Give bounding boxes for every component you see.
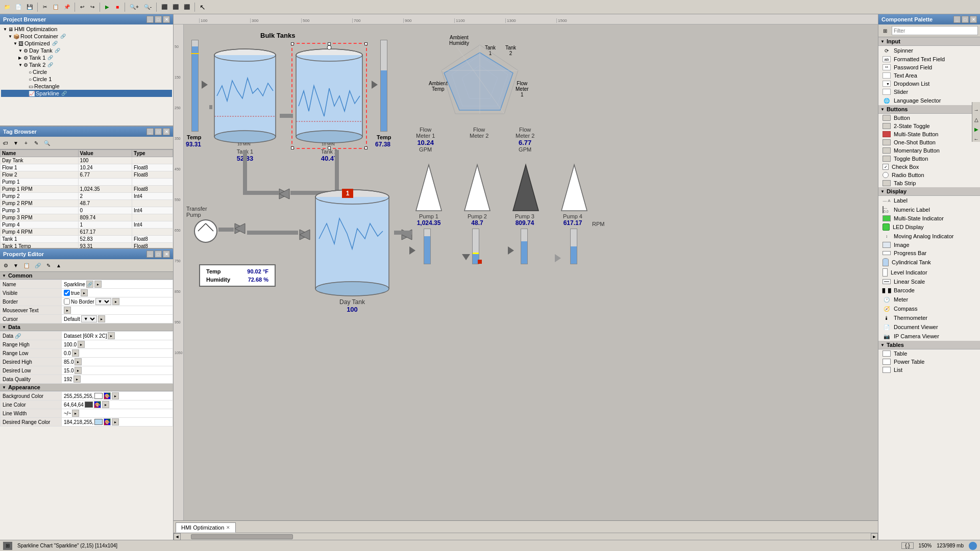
tree-item-tank1[interactable]: ▶ ⚙ Tank 1 🔗 — [1, 54, 172, 61]
palette-item-checkbox[interactable]: ✓ Check Box — [878, 163, 980, 171]
project-browser-buttons[interactable]: _ □ ✕ — [146, 16, 170, 23]
prop-visible-checkbox[interactable] — [64, 290, 70, 296]
palette-item-led[interactable]: LED Display — [878, 222, 980, 232]
palette-item-formatted-text[interactable]: ab Formatted Text Field — [878, 55, 980, 63]
tab-hmi-optimization[interactable]: HMI Optimization ✕ — [176, 522, 236, 533]
tag-toolbar-btn1[interactable]: 🏷 — [1, 138, 10, 148]
right-left-btn[interactable]: ← — [974, 136, 979, 142]
prop-icon-desiredlow[interactable]: ▸ — [75, 367, 82, 374]
palette-cat-input[interactable]: Input — [878, 37, 980, 46]
tree-item-sparkline[interactable]: 📈 Sparkline 🔗 — [1, 90, 172, 97]
scroll-left-btn[interactable]: ◄ — [174, 533, 181, 540]
prop-icon-linecolor2[interactable]: ▸ — [102, 401, 109, 408]
project-browser-min-btn[interactable]: _ — [146, 16, 154, 23]
tree-item-circle[interactable]: ○ Circle — [1, 68, 172, 76]
prop-section-common[interactable]: Common — [0, 272, 173, 280]
palette-cat-buttons[interactable]: Buttons — [878, 105, 980, 114]
tag-row[interactable]: Pump 3 RPM 809.74 — [1, 214, 173, 221]
scroll-thumb[interactable] — [191, 534, 293, 539]
prop-value-desiredrange[interactable]: 184,218,255, 🎨 ▸ — [62, 418, 173, 427]
palette-view-btn[interactable]: ⊞ — [880, 26, 890, 36]
tag-row[interactable]: Pump 3 0 Int4 — [1, 207, 173, 214]
tag-row[interactable]: Tank 1 Temp 93.31 Float8 — [1, 243, 173, 249]
prop-btn-5[interactable]: ✎ — [44, 260, 53, 270]
toolbar-btn-new[interactable]: 📄 — [13, 2, 23, 12]
palette-item-moving-analog[interactable]: ↕ Moving Analog Indicator — [878, 232, 980, 241]
tag-toolbar[interactable]: 🏷 ▼ + ✎ 🔍 — [0, 137, 173, 149]
prop-icon-rangelow[interactable]: ▸ — [72, 349, 79, 357]
palette-item-numeric-label[interactable]: — 0.0 Numeric Label — [878, 205, 980, 214]
canvas-area[interactable]: 50 150 250 350 450 550 650 750 850 950 1… — [174, 24, 878, 533]
palette-item-dropdown[interactable]: ▼ Dropdown List — [878, 80, 980, 88]
prop-btn-1[interactable]: ⚙ — [1, 260, 10, 270]
prop-icon-border[interactable]: ▸ — [112, 298, 119, 305]
toolbar-btn-undo[interactable]: ↩ — [78, 2, 87, 12]
palette-toolbar[interactable]: ⊞ — [878, 24, 980, 37]
prop-icon-dataquality[interactable]: ▸ — [74, 375, 81, 383]
tree-item-rectangle[interactable]: ▭ Rectangle — [1, 83, 172, 90]
tag-row[interactable]: Pump 4 1 Int4 — [1, 221, 173, 229]
palette-item-progress-bar[interactable]: Progress Bar — [878, 249, 980, 257]
tag-browser-close-btn[interactable]: ✕ — [163, 128, 170, 135]
prop-icon-data[interactable]: ▸ — [108, 332, 115, 339]
tag-row[interactable]: Tank 1 52.83 Float8 — [1, 236, 173, 243]
tree-item-circle1[interactable]: ○ Circle 1 — [1, 76, 172, 83]
property-editor-buttons[interactable]: _ □ ✕ — [146, 251, 170, 258]
prop-btn-3[interactable]: 📋 — [21, 260, 32, 270]
prop-value-data[interactable]: Dataset [60R x 2C] ▸ — [62, 332, 173, 340]
palette-item-tabstrip[interactable]: Tab Strip — [878, 179, 980, 187]
palette-item-password[interactable]: ** Password Field — [878, 63, 980, 71]
tree-item-tank2[interactable]: ▼ ⚙ Tank 2 🔗 — [1, 61, 172, 68]
palette-item-toggle-btn[interactable]: Toggle Button — [878, 155, 980, 163]
valve-day-in[interactable] — [299, 229, 311, 242]
palette-item-momentary[interactable]: Momentary Button — [878, 146, 980, 155]
prop-icon-desiredrange[interactable]: 🎨 — [104, 418, 111, 425]
tab-close-btn[interactable]: ✕ — [226, 525, 230, 530]
palette-item-multistate-ind[interactable]: Multi-State Indicator — [878, 214, 980, 222]
prop-value-cursor[interactable]: Default ▼ ▸ — [62, 315, 173, 323]
palette-item-2state[interactable]: 2-State Toggle — [878, 122, 980, 130]
tag-row[interactable]: Pump 2 2 Int4 — [1, 193, 173, 200]
tag-toolbar-btn5[interactable]: 🔍 — [42, 138, 52, 148]
prop-value-rangehigh[interactable]: 100.0 ▸ — [62, 340, 173, 349]
palette-cat-display[interactable]: Display — [878, 187, 980, 196]
palette-search-input[interactable] — [892, 26, 978, 35]
project-tree[interactable]: ▼ 🖥 HMI Optimization ▼ 📦 Root Container … — [0, 24, 173, 126]
prop-icon-linewidth[interactable]: ▸ — [72, 410, 79, 417]
palette-item-thermometer[interactable]: 🌡 Thermometer — [878, 313, 980, 322]
toolbar-btn-redo[interactable]: ↪ — [88, 2, 97, 12]
scroll-right-btn[interactable]: ► — [871, 533, 878, 540]
prop-value-border[interactable]: No Border ▼ ▸ — [62, 297, 173, 306]
prop-border-select[interactable]: ▼ — [95, 298, 111, 305]
prop-cursor-select[interactable]: ▼ — [81, 315, 97, 322]
toolbar-btn-play[interactable]: ▶ — [103, 2, 112, 12]
prop-section-data[interactable]: Data — [0, 323, 173, 331]
palette-item-multistate-btn[interactable]: Multi-State Button — [878, 130, 980, 138]
palette-item-image[interactable]: Image — [878, 241, 980, 249]
tag-row[interactable]: Pump 1 RPM 1,024.35 Float8 — [1, 186, 173, 193]
tag-row[interactable]: Pump 2 RPM 48.7 — [1, 200, 173, 207]
desired-range-color-swatch[interactable] — [94, 419, 103, 425]
valve-transfer[interactable] — [234, 222, 246, 236]
tree-item-optimized[interactable]: ▼ 🖼 Optimized 🔗 — [1, 40, 172, 47]
property-editor-close-btn[interactable]: ✕ — [163, 251, 170, 258]
tag-row[interactable]: Flow 2 6.77 Float8 — [1, 171, 173, 179]
palette-max-btn[interactable]: □ — [962, 16, 969, 23]
prop-icon-bgcolor[interactable]: ▸ — [112, 392, 119, 399]
palette-cat-tables[interactable]: Tables — [878, 341, 980, 349]
palette-item-level-ind[interactable]: Level Indicator — [878, 267, 980, 278]
tag-browser-max-btn[interactable]: □ — [155, 128, 162, 135]
tag-toolbar-btn3[interactable]: + — [21, 138, 31, 148]
prop-value-desiredhigh[interactable]: 85.0 ▸ — [62, 358, 173, 366]
prop-value-visible[interactable]: true ▸ — [62, 289, 173, 297]
palette-item-cylindrical-tank[interactable]: Cylindrical Tank — [878, 257, 980, 267]
tag-toolbar-btn2[interactable]: ▼ — [11, 138, 20, 148]
prop-icon-bgcolor-palette[interactable]: 🎨 — [104, 392, 111, 399]
palette-item-radio[interactable]: Radio Button — [878, 171, 980, 179]
prop-icon-desiredrange2[interactable]: ▸ — [112, 418, 119, 425]
property-editor-min-btn[interactable]: _ — [146, 251, 154, 258]
tank1-container[interactable]: 10 MIN Tank 1 52.83 — [212, 45, 278, 147]
toolbar-btn-align-center[interactable]: ⬛ — [170, 2, 181, 12]
toolbar-btn-cut[interactable]: ✂ — [40, 2, 50, 12]
tag-toolbar-btn4[interactable]: ✎ — [32, 138, 41, 148]
